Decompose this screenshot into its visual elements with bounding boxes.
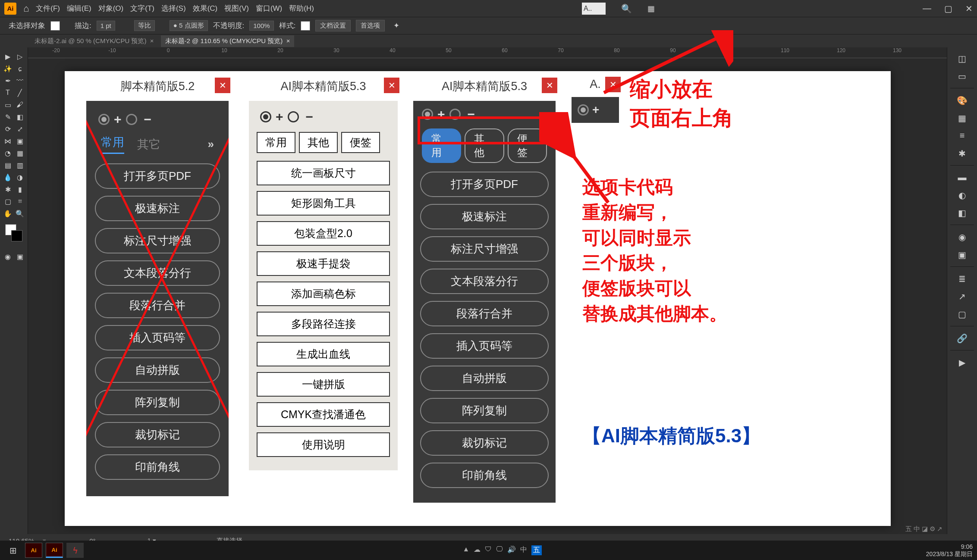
script-button[interactable]: 极速标注	[420, 204, 549, 229]
type-tool-icon[interactable]: T	[2, 87, 13, 98]
graphic-styles-panel-icon[interactable]: ▣	[955, 247, 970, 262]
script-button[interactable]: 标注尺寸增强	[420, 236, 549, 262]
script-button[interactable]: 阵列复制	[420, 398, 549, 423]
script-button[interactable]: 打开多页PDF	[95, 163, 220, 189]
gradient-tool-icon[interactable]: ▥	[14, 160, 25, 171]
taskbar-app-icon[interactable]: ϟ	[66, 543, 84, 558]
links-panel-icon[interactable]: 🔗	[955, 331, 970, 346]
radio-icon[interactable]	[449, 109, 461, 120]
menu-file[interactable]: 文件(F)	[36, 3, 60, 13]
script-button[interactable]: CMYK查找潘通色	[257, 402, 390, 427]
rectangle-tool-icon[interactable]: ▭	[2, 99, 13, 110]
radio-selected-icon[interactable]	[260, 111, 271, 122]
slice-tool-icon[interactable]: ⌗	[14, 196, 25, 207]
canvas-area[interactable]: -20-100102030405060708090100110120130140…	[28, 47, 947, 534]
start-button[interactable]: ⊞	[4, 543, 22, 558]
script-button[interactable]: 添加画稿色标	[257, 282, 390, 306]
script-button[interactable]: 一键拼版	[257, 372, 390, 397]
radio-selected-icon[interactable]	[422, 109, 433, 120]
script-button[interactable]: 文本段落分行	[420, 269, 549, 294]
taskbar-ai-app-2[interactable]: Ai	[46, 543, 63, 558]
radio-selected-icon[interactable]	[98, 114, 110, 125]
system-tray[interactable]: ▲ ☁ 🛡 🖵 🔊 中 五	[462, 545, 542, 555]
menu-object[interactable]: 对象(O)	[98, 3, 124, 13]
radio-selected-icon[interactable]	[578, 104, 589, 116]
artboards-panel-icon[interactable]: ▢	[955, 307, 970, 322]
docset-button[interactable]: 文档设置	[315, 20, 351, 31]
radio-icon[interactable]	[288, 111, 299, 122]
stroke-panel-icon[interactable]: ▬	[955, 170, 970, 185]
menu-edit[interactable]: 编辑(E)	[67, 3, 91, 13]
menu-type[interactable]: 文字(T)	[130, 3, 154, 13]
menu-help[interactable]: 帮助(H)	[289, 3, 314, 13]
eyedropper-tool-icon[interactable]: 💧	[2, 172, 13, 183]
lasso-tool-icon[interactable]: ɕ	[14, 63, 25, 74]
asset-export-panel-icon[interactable]: ↗	[955, 289, 970, 304]
shape-builder-tool-icon[interactable]: ◔	[2, 147, 13, 159]
pen-tool-icon[interactable]: ✒	[2, 75, 13, 86]
tab-notes[interactable]: 便签	[341, 132, 380, 153]
color-swatch-control[interactable]	[5, 224, 22, 241]
shaper-tool-icon[interactable]: ✎	[2, 111, 13, 122]
panel-mini-close-button[interactable]: ✕	[605, 77, 621, 92]
radio-icon[interactable]	[126, 114, 137, 125]
curvature-tool-icon[interactable]: 〰	[14, 75, 25, 86]
prefs-button[interactable]: 首选项	[356, 20, 385, 31]
taskbar-ai-app-1[interactable]: Ai	[25, 543, 42, 558]
layers-panel-icon[interactable]: ≣	[955, 271, 970, 286]
brush-tool-icon[interactable]: 🖌	[14, 99, 25, 110]
close-button[interactable]: ✕	[965, 3, 973, 14]
libraries-panel-icon[interactable]: ▭	[955, 69, 970, 84]
tray-shield-icon[interactable]: 🛡	[485, 545, 492, 555]
panel-v52-close-button[interactable]: ✕	[215, 78, 230, 93]
script-button[interactable]: 极速标注	[95, 196, 220, 221]
blend-tool-icon[interactable]: ◑	[14, 172, 25, 183]
eraser-tool-icon[interactable]: ◧	[14, 111, 25, 122]
script-button[interactable]: 极速手提袋	[257, 251, 390, 276]
play-panel-icon[interactable]: ▶	[955, 355, 970, 370]
arrange-icon[interactable]: ▦	[647, 4, 655, 13]
selection-tool-icon[interactable]: ▶	[2, 51, 13, 62]
uniform-select[interactable]: 等比	[134, 20, 155, 31]
free-transform-tool-icon[interactable]: ▣	[14, 135, 25, 147]
width-tool-icon[interactable]: ⋈	[2, 135, 13, 147]
properties-panel-icon[interactable]: ◫	[955, 51, 970, 66]
brush-select[interactable]: ● 5 点圆形	[170, 20, 208, 31]
style-swatch[interactable]	[301, 21, 310, 31]
magic-wand-tool-icon[interactable]: ✨	[2, 63, 13, 74]
artboard-tool-icon[interactable]: ▢	[2, 196, 13, 207]
script-button[interactable]: 裁切标记	[420, 430, 549, 456]
color-panel-icon[interactable]: 🎨	[955, 93, 970, 108]
script-button[interactable]: 印前角线	[95, 454, 220, 480]
taskbar-clock[interactable]: 9:06 2023/8/13 星期日	[926, 543, 973, 558]
tray-ime2-icon[interactable]: 五	[531, 545, 542, 555]
rotate-tool-icon[interactable]: ⟳	[2, 123, 13, 135]
draw-mode-icon[interactable]: ◉	[2, 251, 13, 262]
gradient-panel-icon[interactable]: ◐	[955, 188, 970, 203]
script-button[interactable]: 标注尺寸增强	[95, 228, 220, 253]
symbol-sprayer-tool-icon[interactable]: ✱	[2, 184, 13, 195]
tab-common[interactable]: 常用	[422, 128, 461, 163]
hand-tool-icon[interactable]: ✋	[2, 208, 13, 219]
line-tool-icon[interactable]: ╱	[14, 87, 25, 98]
script-button[interactable]: 段落行合并	[420, 301, 549, 326]
script-button[interactable]: 多段路径连接	[257, 312, 390, 336]
doc-tab-1[interactable]: 未标题-2.ai @ 50 % (CMYK/CPU 预览) ×	[30, 35, 158, 47]
script-button[interactable]: 包装盒型2.0	[257, 221, 390, 246]
script-button[interactable]: 文本段落分行	[95, 260, 220, 286]
tab-more-icon[interactable]: »	[208, 138, 214, 151]
panel-v53-dark-close-button[interactable]: ✕	[542, 78, 557, 93]
mesh-tool-icon[interactable]: ▤	[2, 160, 13, 171]
tab-other[interactable]: 其他	[465, 128, 504, 163]
tab-other[interactable]: 其它	[137, 137, 160, 152]
home-icon[interactable]: ⌂	[23, 3, 29, 14]
perspective-tool-icon[interactable]: ▦	[14, 147, 25, 159]
script-button[interactable]: 印前角线	[420, 463, 549, 488]
tray-up-icon[interactable]: ▲	[462, 545, 469, 555]
tray-screen-icon[interactable]: 🖵	[496, 545, 503, 555]
stroke-weight-input[interactable]: 1 pt	[97, 21, 115, 31]
tray-ime-icon[interactable]: 中	[520, 545, 527, 555]
tab-notes[interactable]: 便签	[508, 128, 547, 163]
script-button[interactable]: 阵列复制	[95, 390, 220, 415]
swatches-panel-icon[interactable]: ▦	[955, 110, 970, 125]
